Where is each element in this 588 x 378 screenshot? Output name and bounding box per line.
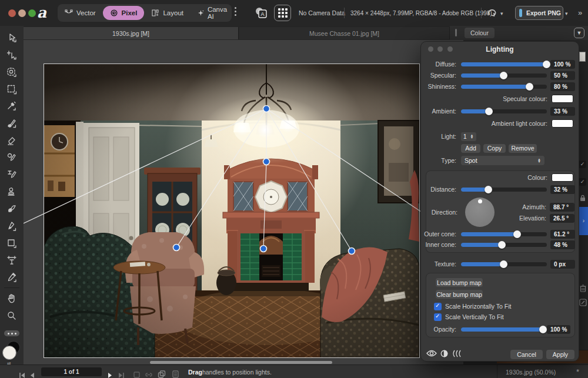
tool-colour-picker[interactable]	[0, 269, 24, 286]
tool-move[interactable]	[0, 29, 24, 46]
light-number-stepper[interactable]: 1 ▲▼	[461, 132, 476, 141]
opacity-value[interactable]: 100 %	[547, 325, 570, 334]
scale-vertically-checkbox[interactable]	[434, 313, 442, 321]
outer-cone-value[interactable]: 61.2 °	[550, 230, 575, 239]
persona-pixel[interactable]: Pixel	[103, 6, 145, 20]
ambient-slider[interactable]	[461, 109, 547, 113]
window-close-button[interactable]	[8, 9, 16, 17]
last-page-icon[interactable]	[118, 369, 125, 378]
divider	[344, 8, 345, 18]
specular-value[interactable]: 50 %	[550, 71, 575, 80]
persona-vector[interactable]: Vector	[58, 6, 103, 20]
window-zoom-button[interactable]	[28, 9, 36, 17]
cancel-button[interactable]: Cancel	[510, 350, 543, 359]
colour-panel-tab[interactable]: Colour	[465, 28, 495, 38]
azimuth-value[interactable]: 88.7 °	[550, 203, 574, 212]
ambient-value[interactable]: 33 %	[550, 107, 575, 116]
texture-value[interactable]: 0 px	[550, 260, 575, 269]
export-chevron-down-icon[interactable]: ▾	[565, 11, 568, 16]
tool-pen[interactable]	[0, 218, 24, 235]
copy-light-button[interactable]: Copy	[483, 144, 506, 153]
light-handle[interactable]	[263, 106, 270, 112]
texture-slider[interactable]	[461, 262, 547, 266]
foreground-colour-well[interactable]	[2, 346, 16, 360]
tool-frame-text[interactable]	[0, 252, 24, 269]
trash-icon[interactable]	[579, 284, 587, 292]
light-colour-swatch[interactable]	[552, 173, 573, 182]
tool-rectangle[interactable]	[0, 235, 24, 252]
lighting-dialog[interactable]: Lighting Diffuse: 100 % Specular: 50 % S…	[420, 41, 579, 362]
more-tools-icon[interactable]	[4, 330, 19, 337]
page-indicator-field[interactable]: 1 of 1	[41, 367, 102, 376]
studio-grid-icon[interactable]	[274, 5, 291, 21]
persona-layout[interactable]: Layout	[144, 6, 191, 20]
ambient-light-colour-swatch[interactable]	[552, 119, 573, 128]
edit-pencil-icon[interactable]	[579, 299, 587, 306]
toolbar-overflow-icon[interactable]: »	[578, 8, 582, 17]
paint-brush-tool-icon	[6, 118, 17, 129]
specular-colour-swatch[interactable]	[552, 95, 573, 103]
tool-smudge[interactable]	[0, 200, 24, 218]
stepper-arrows-icon[interactable]: ▲▼	[470, 134, 474, 139]
tool-marquee[interactable]	[0, 81, 24, 98]
previous-page-icon[interactable]	[29, 369, 35, 378]
panel-drag-grip[interactable]	[455, 29, 457, 36]
light-handle[interactable]	[349, 248, 355, 255]
light-type-select[interactable]: Spot ▲▼	[461, 156, 544, 165]
remove-light-button[interactable]: Remove	[509, 144, 537, 153]
shininess-slider[interactable]	[461, 85, 547, 89]
more-options-kebab-icon[interactable]	[233, 7, 238, 19]
specular-slider[interactable]	[461, 73, 547, 78]
next-page-icon[interactable]	[107, 369, 113, 378]
split-before-after-icon[interactable]	[440, 350, 448, 357]
panel-collapse-chevron-icon[interactable]: ▼	[574, 28, 584, 38]
add-light-button[interactable]: Add	[461, 144, 480, 153]
mirror-split-icon[interactable]	[452, 350, 461, 357]
distance-value[interactable]: 32 %	[550, 185, 575, 194]
layer-thumbnail[interactable]	[579, 52, 586, 62]
persona-canva-ai[interactable]: Canva AI	[191, 6, 236, 20]
horizontal-scrollbar[interactable]	[150, 361, 332, 364]
tool-clone[interactable]	[0, 183, 24, 200]
elevation-value[interactable]: 26.5 °	[550, 214, 574, 223]
shininess-value[interactable]: 80 %	[550, 82, 575, 91]
opacity-slider[interactable]	[461, 327, 543, 332]
preview-eye-icon[interactable]	[426, 349, 437, 357]
eraser-tool-icon	[6, 135, 17, 146]
outer-cone-slider[interactable]	[461, 232, 547, 236]
tab-1930s[interactable]: 1930s.jpg [M]	[24, 27, 239, 39]
tool-burn[interactable]	[0, 166, 24, 183]
window-minimize-button[interactable]	[18, 9, 26, 17]
light-handle[interactable]	[173, 245, 180, 251]
diffuse-slider[interactable]	[461, 62, 547, 66]
light-handle[interactable]	[260, 246, 267, 252]
frame-text-tool-icon	[6, 255, 17, 266]
tool-gradient[interactable]	[0, 98, 24, 115]
inner-cone-value[interactable]: 48 %	[550, 240, 575, 249]
tool-hand[interactable]	[0, 290, 24, 307]
assistant-icon[interactable]: A	[254, 6, 269, 19]
selected-layer-row-edge[interactable]: ›	[579, 207, 588, 235]
canvas-photo[interactable]	[44, 64, 419, 357]
tool-dodge[interactable]	[0, 149, 24, 166]
tool-zoom[interactable]	[0, 307, 24, 324]
clear-bump-map-button[interactable]: Clear bump map	[436, 290, 483, 299]
colour-wells[interactable]: ⇄	[1, 341, 22, 364]
apply-button[interactable]: Apply	[546, 350, 574, 359]
hardware-acceleration-icon[interactable]	[487, 8, 497, 18]
diffuse-value[interactable]: 100 %	[550, 60, 575, 69]
tool-eraser[interactable]	[0, 132, 24, 149]
load-bump-map-button[interactable]: Load bump map	[436, 278, 483, 287]
light-handle[interactable]	[263, 159, 270, 165]
first-page-icon[interactable]	[19, 369, 26, 378]
tool-node[interactable]	[0, 46, 24, 63]
scale-horizontally-checkbox[interactable]	[434, 303, 442, 310]
tool-paint-brush[interactable]	[0, 115, 24, 132]
tool-selection-brush[interactable]	[0, 63, 24, 81]
distance-slider[interactable]	[461, 188, 547, 192]
chevron-down-icon[interactable]: ▾	[500, 11, 503, 16]
tab-musee-chasse[interactable]: Musee Chasse 01.jpg [M]	[239, 27, 450, 39]
export-png-button[interactable]: Export PNG	[515, 6, 563, 20]
inner-cone-slider[interactable]	[461, 243, 547, 247]
lock-icon[interactable]	[579, 195, 586, 202]
